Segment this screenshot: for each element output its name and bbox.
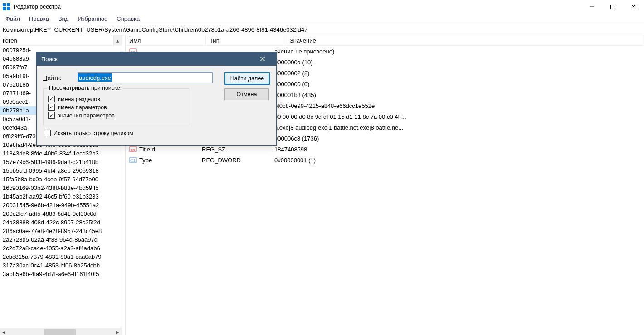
value-data: ef0c8-0e99-4215-a848-e66dcc1e552e <box>274 102 644 109</box>
svg-rect-1 <box>7 3 10 6</box>
checkbox-whole-string[interactable]: Искать только строку целиком <box>44 130 213 136</box>
value-data: 00 00 00 d0 8c 9d df 01 15 d1 11 8c 7a 0… <box>274 113 644 120</box>
svg-text:ab: ab <box>131 148 135 152</box>
value-data: ачение не присвоено) <box>274 48 644 55</box>
tree-hscrollbar[interactable]: ◂ ▸ <box>0 328 122 335</box>
checkbox-values[interactable]: ✓имена параметров <box>48 104 184 111</box>
find-dialog: Поиск Найти: audiodg.exe Просматривать п… <box>36 52 277 146</box>
tree-item[interactable]: 1b45ab2f-aa92-46c5-bf60-e31b3233 <box>0 192 122 201</box>
value-type-icon: ab <box>129 146 137 153</box>
svg-text:011: 011 <box>130 159 136 163</box>
menu-edit[interactable]: Правка <box>24 15 54 23</box>
menu-favorites[interactable]: Избранное <box>73 15 112 23</box>
menu-view[interactable]: Вид <box>54 15 73 23</box>
value-row[interactable]: 011TypeREG_DWORD0x00000001 (1) <box>126 155 644 165</box>
menubar: Файл Правка Вид Избранное Справка <box>0 14 644 24</box>
menu-help[interactable]: Справка <box>112 15 144 23</box>
tree-item[interactable]: 15fa5b8a-bc0a-4ceb-9f57-64d77e00 <box>0 175 122 184</box>
menu-file[interactable]: Файл <box>1 15 24 23</box>
svg-rect-0 <box>3 3 6 6</box>
look-at-group: Просматривать при поиске: ✓имена раздело… <box>43 88 189 125</box>
checkbox-keys[interactable]: ✓имена разделов <box>48 96 184 102</box>
tree-item[interactable]: 3ab85e6b-4fa9-4d7f-a6e6-8161f40f5 <box>0 270 122 278</box>
close-button[interactable] <box>623 0 644 14</box>
app-icon <box>3 3 10 10</box>
tree-vscroll-up[interactable]: ▴ <box>113 35 122 45</box>
minimize-button[interactable] <box>581 0 602 14</box>
group-legend: Просматривать при поиске: <box>47 85 123 91</box>
tree-item[interactable]: 317a30ac-0c41-4853-bf06-8b25dcbb <box>0 261 122 270</box>
value-data: 00000000 (0) <box>274 81 644 87</box>
window-title: Редактор реестра <box>14 4 581 10</box>
hscroll-thumb[interactable] <box>44 329 76 335</box>
value-type: REG_SZ <box>202 146 274 153</box>
tree-item[interactable]: 24a38888-408d-422c-8907-28c25f2d <box>0 218 122 227</box>
tree-item[interactable]: 16c90169-03b2-4388-b83e-4bd59ff5 <box>0 184 122 192</box>
find-input[interactable]: audiodg.exe <box>78 72 213 83</box>
svg-rect-2 <box>3 7 6 10</box>
find-next-button[interactable]: Найти далее <box>224 72 270 85</box>
address-bar[interactable]: Компьютер\HKEY_CURRENT_USER\System\GameC… <box>0 24 644 35</box>
tree-item[interactable]: 2c2d72a8-ca4e-4055-a2a2-af4adab6 <box>0 244 122 252</box>
value-data: 000006c8 (1736) <box>274 135 644 142</box>
col-type[interactable]: Тип <box>206 35 286 45</box>
value-data: 0x00000001 (1) <box>274 157 644 164</box>
value-data: 1847408598 <box>274 146 644 153</box>
value-name: TitleId <box>139 146 155 153</box>
find-label: Найти: <box>43 74 72 81</box>
value-data: 00000002 (2) <box>274 70 644 77</box>
col-name[interactable]: Имя <box>126 35 206 45</box>
address-text: Компьютер\HKEY_CURRENT_USER\System\GameC… <box>3 26 307 33</box>
value-data: 0000000a (10) <box>274 59 644 66</box>
checkbox-data[interactable]: ✓значения параметров <box>48 112 184 119</box>
find-input-value: audiodg.exe <box>78 73 112 82</box>
dialog-titlebar[interactable]: Поиск <box>37 52 276 66</box>
value-data: 000001b3 (435) <box>274 92 644 98</box>
tree-item[interactable]: 11343de8-8fde-40b6-834f-1ecd32b3 <box>0 149 122 158</box>
tree-item[interactable]: 157e79c6-583f-49f6-9da8-c21b418b <box>0 158 122 166</box>
values-header: Имя Тип Значение <box>126 35 644 46</box>
tree-item[interactable]: 2cbc815a-7379-4831-80a1-caa0ab79 <box>0 252 122 261</box>
tree-item[interactable]: 15bb5cfd-0995-4bf4-a8eb-29059318 <box>0 166 122 175</box>
maximize-button[interactable] <box>602 0 623 14</box>
value-name: Type <box>139 157 152 164</box>
scroll-right-icon[interactable]: ▸ <box>114 328 122 335</box>
tree-item[interactable]: 2a2728d5-02aa-4f33-964d-86aa97d <box>0 235 122 244</box>
window-titlebar: Редактор реестра <box>0 0 644 14</box>
tree-header[interactable]: ildren <box>0 35 122 46</box>
cancel-button[interactable]: Отмена <box>224 88 269 100</box>
scroll-left-icon[interactable]: ◂ <box>0 328 8 335</box>
tree-item[interactable]: 286ac0ae-77e8-4e28-8957-243c45e8 <box>0 227 122 235</box>
dialog-title: Поиск <box>41 56 254 63</box>
value-type-icon: 011 <box>129 156 137 164</box>
tree-item[interactable]: 20031545-9e6b-421a-949b-45551a2 <box>0 201 122 209</box>
dialog-close-button[interactable] <box>254 52 272 66</box>
svg-rect-5 <box>611 5 615 9</box>
col-value[interactable]: Значение <box>286 35 644 45</box>
tree-item[interactable]: 200c2fe7-adf5-4883-8d41-9cf30c0d <box>0 209 122 218</box>
svg-rect-3 <box>7 7 10 10</box>
value-data: n.exe|8 audiodg.exe|1 battle.net.exe|8 b… <box>274 124 644 131</box>
value-type: REG_DWORD <box>202 157 274 164</box>
